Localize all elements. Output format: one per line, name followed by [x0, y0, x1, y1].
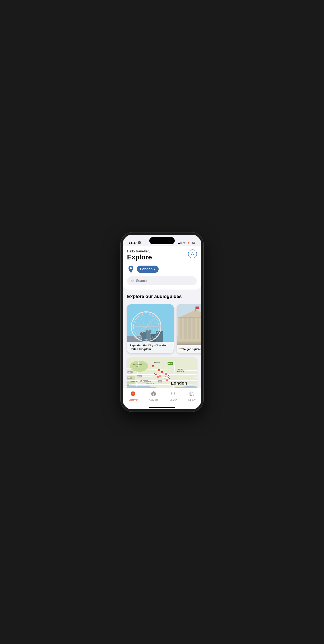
svg-point-3 — [132, 280, 133, 282]
svg-point-102 — [159, 370, 160, 371]
nav-item-search[interactable]: Search — [166, 390, 180, 402]
svg-point-120 — [141, 380, 142, 382]
svg-text:Park: Park — [135, 365, 138, 367]
audio-card-london-eye[interactable]: Exploring the City of London, United Kin… — [127, 304, 174, 353]
discover-icon — [130, 391, 136, 398]
audio-cards-list[interactable]: Exploring the City of London, United Kin… — [123, 304, 201, 356]
library-icon — [189, 391, 195, 398]
nav-item-library[interactable]: Library — [185, 390, 199, 402]
audioguides-section: Explore our audioguides — [123, 290, 201, 304]
chevron-down-icon: ▾ — [154, 268, 155, 271]
svg-point-118 — [169, 377, 170, 378]
greeting-block: Hello traveller, Explore — [127, 250, 152, 264]
svg-rect-39 — [197, 318, 199, 340]
svg-point-24 — [145, 312, 147, 313]
svg-text:SMITH: SMITH — [128, 384, 131, 385]
nav-item-discover[interactable]: Discover — [125, 390, 141, 402]
svg-text:A44: A44 — [159, 381, 161, 382]
compass-icon — [130, 391, 136, 396]
activities-icon — [151, 391, 156, 398]
content-area[interactable]: Hello traveller, Explore — [123, 246, 201, 388]
svg-text:WESTMINSTER: WESTMINSTER — [146, 382, 155, 384]
svg-text:A404: A404 — [128, 372, 132, 373]
audioguides-section-title: Explore our audioguides — [127, 294, 197, 299]
svg-point-53 — [130, 360, 148, 372]
svg-rect-36 — [184, 318, 186, 340]
svg-point-2 — [130, 267, 132, 269]
battery-icon: 29 — [188, 242, 195, 244]
greeting-text: Hello traveller, — [127, 250, 152, 253]
header-row: Hello traveller, Explore — [127, 250, 197, 264]
nav-item-activities[interactable]: Activities — [146, 390, 162, 402]
svg-point-104 — [162, 372, 163, 373]
audio-card-label-trafalgar: Trafalgar Square — [177, 345, 201, 353]
location-pin-icon — [127, 265, 135, 273]
svg-point-25 — [145, 340, 147, 342]
bottom-navigation: Discover Activities Searc — [123, 388, 201, 406]
search-label: Search — [170, 398, 177, 401]
search-circle-icon — [170, 391, 176, 396]
svg-rect-44 — [178, 317, 201, 318]
map-background: The Regent's Park CAMDEN TOWER HAMLETS C… — [127, 358, 197, 388]
home-indicator-container — [123, 406, 201, 410]
activities-label: Activities — [149, 398, 158, 401]
library-books-icon — [189, 391, 195, 396]
svg-rect-45 — [177, 342, 201, 343]
svg-point-114 — [165, 373, 167, 374]
search-nav-icon — [170, 391, 176, 398]
map-svg: The Regent's Park CAMDEN TOWER HAMLETS C… — [127, 358, 197, 388]
svg-point-122 — [166, 379, 167, 380]
signal-bars — [178, 242, 182, 244]
search-bar[interactable] — [127, 276, 197, 285]
wifi-icon — [183, 241, 186, 244]
svg-rect-46 — [177, 343, 201, 344]
svg-rect-40 — [201, 318, 201, 340]
svg-text:A501: A501 — [168, 363, 172, 365]
profile-button[interactable] — [188, 250, 197, 258]
svg-point-0 — [192, 252, 193, 254]
globe-icon — [151, 391, 156, 396]
phone-frame: 11:37 🔕 29 — [121, 232, 203, 412]
svg-text:CAMDEN: CAMDEN — [153, 362, 160, 363]
svg-text:KENSINGTON: KENSINGTON — [130, 380, 138, 382]
header-section: Hello traveller, Explore — [123, 246, 201, 290]
status-time: 11:37 🔕 — [129, 241, 141, 244]
svg-text:HAMLETS: HAMLETS — [177, 370, 184, 372]
svg-point-26 — [131, 326, 132, 328]
svg-point-125 — [131, 391, 135, 396]
svg-rect-136 — [191, 392, 192, 396]
svg-text:The Regent's: The Regent's — [133, 363, 142, 365]
svg-point-133 — [171, 392, 175, 395]
library-label: Library — [188, 398, 195, 401]
dynamic-island — [149, 237, 175, 244]
svg-line-134 — [174, 395, 175, 396]
location-button[interactable]: London ▾ — [137, 266, 159, 273]
svg-point-27 — [160, 326, 161, 328]
audio-card-trafalgar[interactable]: Trafalgar Square — [177, 304, 201, 353]
page-title: Explore — [127, 253, 152, 261]
search-input[interactable] — [136, 279, 193, 283]
svg-point-106 — [155, 373, 156, 374]
svg-text:A404: A404 — [137, 376, 141, 377]
svg-point-112 — [160, 375, 161, 376]
svg-rect-35 — [180, 318, 182, 340]
home-indicator — [149, 407, 175, 408]
audio-card-label-london-eye: Exploring the City of London, United Kin… — [127, 342, 174, 353]
profile-icon — [190, 252, 195, 256]
svg-text:A220: A220 — [128, 377, 132, 379]
svg-point-100 — [153, 366, 154, 367]
svg-text:TOWER: TOWER — [178, 368, 183, 370]
svg-rect-135 — [190, 392, 191, 396]
svg-rect-37 — [188, 318, 191, 340]
location-row: London ▾ — [127, 265, 197, 273]
svg-text:London: London — [171, 380, 187, 386]
search-icon — [131, 279, 134, 282]
map-section[interactable]: The Regent's Park CAMDEN TOWER HAMLETS C… — [127, 358, 197, 388]
discover-label: Discover — [129, 398, 138, 401]
svg-point-21 — [145, 326, 147, 328]
svg-text:HAM: HAM — [128, 385, 130, 386]
svg-point-110 — [158, 376, 159, 377]
svg-point-108 — [157, 374, 158, 375]
mute-icon: 🔕 — [138, 241, 141, 244]
svg-rect-51 — [196, 306, 199, 309]
